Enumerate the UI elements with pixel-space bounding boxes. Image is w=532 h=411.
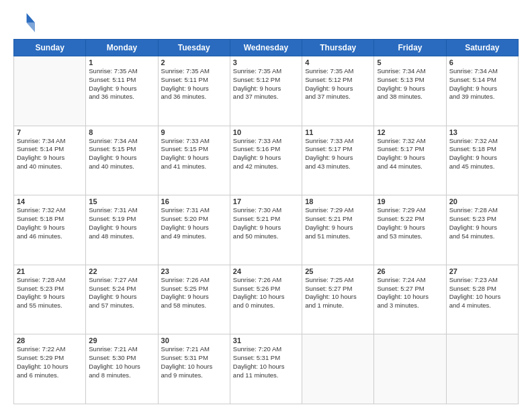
calendar-cell: [14, 56, 86, 126]
day-info: Sunrise: 7:32 AM Sunset: 5:17 PM Dayligh…: [377, 137, 443, 171]
day-info: Sunrise: 7:27 AM Sunset: 5:24 PM Dayligh…: [89, 276, 154, 310]
calendar-cell: 14Sunrise: 7:32 AM Sunset: 5:18 PM Dayli…: [14, 195, 86, 265]
day-number: 15: [89, 197, 154, 205]
day-number: 11: [305, 128, 371, 136]
calendar-cell: 3Sunrise: 7:35 AM Sunset: 5:12 PM Daylig…: [230, 56, 302, 126]
calendar-cell: 5Sunrise: 7:34 AM Sunset: 5:13 PM Daylig…: [374, 56, 446, 126]
calendar-cell: [446, 334, 518, 404]
day-info: Sunrise: 7:34 AM Sunset: 5:14 PM Dayligh…: [17, 137, 83, 171]
day-info: Sunrise: 7:31 AM Sunset: 5:19 PM Dayligh…: [89, 206, 154, 240]
day-info: Sunrise: 7:35 AM Sunset: 5:12 PM Dayligh…: [233, 67, 299, 101]
day-info: Sunrise: 7:22 AM Sunset: 5:29 PM Dayligh…: [17, 345, 83, 379]
day-info: Sunrise: 7:33 AM Sunset: 5:17 PM Dayligh…: [305, 137, 371, 171]
calendar-day-header: Monday: [86, 40, 158, 56]
calendar-cell: 17Sunrise: 7:30 AM Sunset: 5:21 PM Dayli…: [230, 195, 302, 265]
calendar-cell: 7Sunrise: 7:34 AM Sunset: 5:14 PM Daylig…: [14, 126, 86, 195]
day-number: 12: [377, 128, 443, 136]
day-info: Sunrise: 7:33 AM Sunset: 5:15 PM Dayligh…: [161, 137, 227, 171]
calendar-cell: 31Sunrise: 7:20 AM Sunset: 5:31 PM Dayli…: [230, 334, 302, 404]
day-number: 7: [17, 128, 83, 136]
day-number: 5: [377, 58, 443, 66]
day-number: 25: [305, 267, 371, 275]
logo-icon: [13, 11, 35, 32]
svg-marker-1: [27, 23, 35, 32]
day-info: Sunrise: 7:34 AM Sunset: 5:13 PM Dayligh…: [377, 67, 443, 101]
calendar-day-header: Wednesday: [230, 40, 302, 56]
calendar-cell: 19Sunrise: 7:29 AM Sunset: 5:22 PM Dayli…: [374, 195, 446, 265]
day-number: 13: [449, 128, 515, 136]
day-info: Sunrise: 7:28 AM Sunset: 5:23 PM Dayligh…: [17, 276, 83, 310]
day-info: Sunrise: 7:31 AM Sunset: 5:20 PM Dayligh…: [161, 206, 227, 240]
day-number: 28: [17, 336, 83, 345]
svg-marker-0: [27, 13, 35, 23]
day-info: Sunrise: 7:26 AM Sunset: 5:26 PM Dayligh…: [233, 276, 299, 310]
day-number: 29: [89, 336, 154, 345]
calendar-cell: 2Sunrise: 7:35 AM Sunset: 5:11 PM Daylig…: [158, 56, 230, 126]
day-number: 16: [161, 197, 227, 205]
day-info: Sunrise: 7:26 AM Sunset: 5:25 PM Dayligh…: [161, 276, 227, 310]
day-info: Sunrise: 7:34 AM Sunset: 5:15 PM Dayligh…: [89, 137, 154, 171]
day-number: 1: [89, 58, 154, 66]
day-number: 14: [17, 197, 83, 205]
calendar-cell: 23Sunrise: 7:26 AM Sunset: 5:25 PM Dayli…: [158, 265, 230, 334]
day-number: 20: [449, 197, 515, 205]
calendar-cell: 22Sunrise: 7:27 AM Sunset: 5:24 PM Dayli…: [86, 265, 158, 334]
calendar-cell: 24Sunrise: 7:26 AM Sunset: 5:26 PM Dayli…: [230, 265, 302, 334]
calendar-cell: 29Sunrise: 7:21 AM Sunset: 5:30 PM Dayli…: [86, 334, 158, 404]
calendar-cell: 10Sunrise: 7:33 AM Sunset: 5:16 PM Dayli…: [230, 126, 302, 195]
day-info: Sunrise: 7:35 AM Sunset: 5:11 PM Dayligh…: [161, 67, 227, 101]
calendar-cell: 6Sunrise: 7:34 AM Sunset: 5:14 PM Daylig…: [446, 56, 518, 126]
calendar-week-row: 14Sunrise: 7:32 AM Sunset: 5:18 PM Dayli…: [14, 195, 519, 265]
day-info: Sunrise: 7:20 AM Sunset: 5:31 PM Dayligh…: [233, 345, 299, 379]
calendar-table: SundayMondayTuesdayWednesdayThursdayFrid…: [13, 39, 519, 404]
day-number: 24: [233, 267, 299, 275]
day-info: Sunrise: 7:32 AM Sunset: 5:18 PM Dayligh…: [449, 137, 515, 171]
calendar-day-header: Friday: [374, 40, 446, 56]
day-info: Sunrise: 7:34 AM Sunset: 5:14 PM Dayligh…: [449, 67, 515, 101]
day-info: Sunrise: 7:28 AM Sunset: 5:23 PM Dayligh…: [449, 206, 515, 240]
calendar-cell: 30Sunrise: 7:21 AM Sunset: 5:31 PM Dayli…: [158, 334, 230, 404]
calendar-cell: 12Sunrise: 7:32 AM Sunset: 5:17 PM Dayli…: [374, 126, 446, 195]
day-number: 9: [161, 128, 227, 136]
calendar-cell: 21Sunrise: 7:28 AM Sunset: 5:23 PM Dayli…: [14, 265, 86, 334]
calendar-cell: 25Sunrise: 7:25 AM Sunset: 5:27 PM Dayli…: [302, 265, 374, 334]
calendar-cell: [374, 334, 446, 404]
calendar-day-header: Tuesday: [158, 40, 230, 56]
day-number: 30: [161, 336, 227, 345]
day-number: 6: [449, 58, 515, 66]
calendar-cell: 27Sunrise: 7:23 AM Sunset: 5:28 PM Dayli…: [446, 265, 518, 334]
calendar-header-row: SundayMondayTuesdayWednesdayThursdayFrid…: [14, 40, 519, 56]
calendar-week-row: 1Sunrise: 7:35 AM Sunset: 5:11 PM Daylig…: [14, 56, 519, 126]
calendar-cell: 13Sunrise: 7:32 AM Sunset: 5:18 PM Dayli…: [446, 126, 518, 195]
calendar-cell: 9Sunrise: 7:33 AM Sunset: 5:15 PM Daylig…: [158, 126, 230, 195]
day-info: Sunrise: 7:29 AM Sunset: 5:22 PM Dayligh…: [377, 206, 443, 240]
calendar-cell: 20Sunrise: 7:28 AM Sunset: 5:23 PM Dayli…: [446, 195, 518, 265]
day-number: 2: [161, 58, 227, 66]
day-number: 31: [233, 336, 299, 345]
day-number: 10: [233, 128, 299, 136]
day-number: 19: [377, 197, 443, 205]
day-info: Sunrise: 7:33 AM Sunset: 5:16 PM Dayligh…: [233, 137, 299, 171]
calendar-cell: 26Sunrise: 7:24 AM Sunset: 5:27 PM Dayli…: [374, 265, 446, 334]
day-info: Sunrise: 7:35 AM Sunset: 5:11 PM Dayligh…: [89, 67, 154, 101]
calendar-week-row: 7Sunrise: 7:34 AM Sunset: 5:14 PM Daylig…: [14, 126, 519, 195]
page: SundayMondayTuesdayWednesdayThursdayFrid…: [0, 0, 532, 411]
calendar-cell: 18Sunrise: 7:29 AM Sunset: 5:21 PM Dayli…: [302, 195, 374, 265]
day-info: Sunrise: 7:25 AM Sunset: 5:27 PM Dayligh…: [305, 276, 371, 310]
day-info: Sunrise: 7:30 AM Sunset: 5:21 PM Dayligh…: [233, 206, 299, 240]
day-info: Sunrise: 7:21 AM Sunset: 5:31 PM Dayligh…: [161, 345, 227, 379]
calendar-week-row: 21Sunrise: 7:28 AM Sunset: 5:23 PM Dayli…: [14, 265, 519, 334]
calendar-day-header: Saturday: [446, 40, 518, 56]
day-number: 17: [233, 197, 299, 205]
calendar-day-header: Sunday: [14, 40, 86, 56]
day-number: 27: [449, 267, 515, 275]
day-number: 4: [305, 58, 371, 66]
logo: [13, 11, 38, 32]
day-number: 3: [233, 58, 299, 66]
day-info: Sunrise: 7:21 AM Sunset: 5:30 PM Dayligh…: [89, 345, 154, 379]
day-info: Sunrise: 7:35 AM Sunset: 5:12 PM Dayligh…: [305, 67, 371, 101]
day-number: 8: [89, 128, 154, 136]
calendar-day-header: Thursday: [302, 40, 374, 56]
calendar-cell: 28Sunrise: 7:22 AM Sunset: 5:29 PM Dayli…: [14, 334, 86, 404]
calendar-cell: 11Sunrise: 7:33 AM Sunset: 5:17 PM Dayli…: [302, 126, 374, 195]
